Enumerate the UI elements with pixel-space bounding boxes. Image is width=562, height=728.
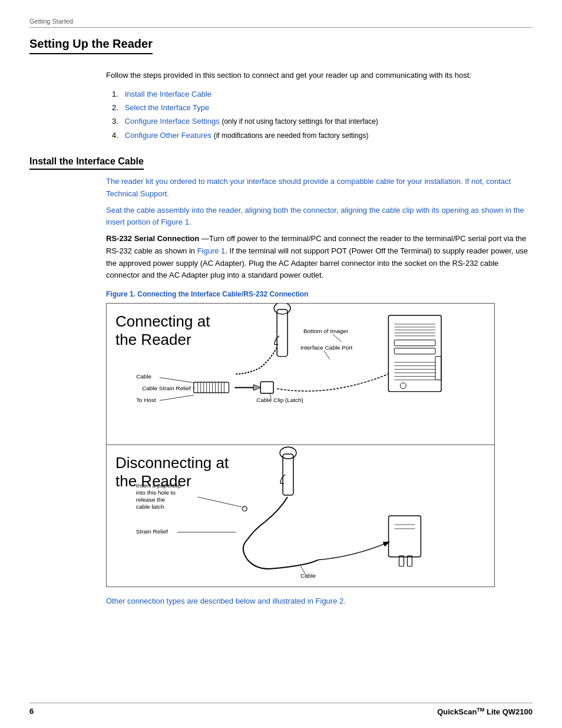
- svg-rect-34: [394, 340, 435, 346]
- other-conn-text: Other connection types are described bel…: [106, 595, 533, 607]
- svg-line-17: [160, 378, 195, 383]
- figure1-link-2[interactable]: Figure 1: [197, 246, 226, 255]
- figure2-link[interactable]: Figure 2: [316, 597, 344, 605]
- step-1-link[interactable]: Install the Interface Cable: [125, 90, 211, 98]
- fig-top-section: Connecting at the Reader: [107, 304, 494, 445]
- svg-text:To Host: To Host: [136, 397, 156, 404]
- step-2-link[interactable]: Select the Interface Type: [125, 103, 210, 112]
- svg-point-45: [280, 447, 296, 459]
- svg-line-21: [160, 396, 194, 401]
- step-2-num: 2.: [112, 101, 123, 114]
- install-para2: Seat the cable assembly into the reader,…: [106, 205, 533, 228]
- step-3-link[interactable]: Configure Interface Settings: [125, 117, 220, 126]
- svg-text:Interface Cable Port: Interface Cable Port: [300, 344, 353, 351]
- install-para1: The reader kit you ordered to match your…: [106, 176, 533, 199]
- rs232-paragraph: RS-232 Serial Connection —Turn off power…: [106, 233, 533, 282]
- install-title: Install the Interface Cable: [29, 156, 144, 170]
- intro-content: Follow the steps provided in this sectio…: [106, 70, 533, 142]
- svg-text:Insert a paperclip: Insert a paperclip: [136, 482, 181, 489]
- svg-rect-28: [388, 315, 441, 391]
- install-section: Install the Interface Cable The reader k…: [29, 156, 533, 607]
- step-4-num: 4.: [112, 129, 123, 142]
- technical-support-link[interactable]: Technical Support: [106, 189, 167, 198]
- svg-rect-15: [260, 382, 273, 394]
- rs232-label: RS-232 Serial Connection: [106, 234, 199, 243]
- svg-text:Bottom of Imager: Bottom of Imager: [303, 328, 349, 334]
- svg-point-51: [242, 506, 247, 511]
- svg-text:cable latch: cable latch: [136, 503, 164, 510]
- install-content: The reader kit you ordered to match your…: [106, 176, 533, 607]
- step-3-num: 3.: [112, 114, 123, 128]
- svg-text:Cable: Cable: [300, 572, 316, 579]
- breadcrumb: Getting Started: [29, 18, 533, 28]
- svg-line-25: [333, 334, 342, 342]
- step-4-link[interactable]: Configure Other Features: [125, 131, 211, 140]
- svg-text:release the: release the: [136, 496, 166, 503]
- step-1: 1. Install the Interface Cable: [112, 87, 533, 101]
- fig-top-svg: Cable Cable Strain Relief To Host Cable …: [107, 304, 494, 444]
- step-4: 4. Configure Other Features (if modifica…: [112, 129, 533, 143]
- svg-line-50: [198, 497, 242, 507]
- svg-point-1: [274, 304, 290, 314]
- step-1-num: 1.: [112, 87, 123, 101]
- svg-line-27: [324, 351, 330, 360]
- svg-text:Cable Strain Relief: Cable Strain Relief: [142, 386, 191, 392]
- page-title: Setting Up the Reader: [29, 37, 153, 54]
- svg-marker-14: [253, 385, 260, 391]
- steps-list: 1. Install the Interface Cable 2. Select…: [112, 87, 533, 143]
- step-3-suffix: (only if not using factory settings for …: [222, 117, 378, 126]
- svg-rect-2: [194, 383, 229, 393]
- page-footer: 6 QuickScanTM Lite QW2100: [29, 703, 533, 716]
- footer-page-number: 6: [29, 707, 34, 716]
- svg-text:Strain Relief: Strain Relief: [136, 528, 168, 535]
- intro-paragraph: Follow the steps provided in this sectio…: [106, 70, 533, 81]
- fig-bottom-section: Disconnecting at the Reader Insert a pap…: [107, 445, 494, 587]
- svg-point-42: [400, 383, 406, 389]
- page: Getting Started Setting Up the Reader Fo…: [0, 0, 562, 728]
- svg-rect-56: [389, 516, 421, 557]
- svg-rect-43: [435, 357, 441, 380]
- svg-rect-35: [394, 348, 435, 354]
- step-4-suffix: (if modifications are needed from factor…: [214, 131, 369, 140]
- svg-text:into this hole to: into this hole to: [136, 489, 176, 496]
- svg-text:Cable Clip (Latch): Cable Clip (Latch): [256, 397, 303, 404]
- svg-rect-44: [283, 454, 293, 496]
- fig-bottom-svg: Insert a paperclip into this hole to rel…: [107, 445, 494, 587]
- svg-text:Cable: Cable: [136, 374, 151, 380]
- svg-rect-0: [277, 309, 287, 357]
- footer-brand: QuickScanTM Lite QW2100: [437, 707, 533, 716]
- step-3: 3. Configure Interface Settings (only if…: [112, 114, 533, 129]
- figure-box: Connecting at the Reader: [106, 303, 495, 587]
- step-2: 2. Select the Interface Type: [112, 101, 533, 114]
- figure-caption: Figure 1. Connecting the Interface Cable…: [106, 290, 533, 298]
- figure1-link-1[interactable]: Figure 1: [161, 218, 189, 226]
